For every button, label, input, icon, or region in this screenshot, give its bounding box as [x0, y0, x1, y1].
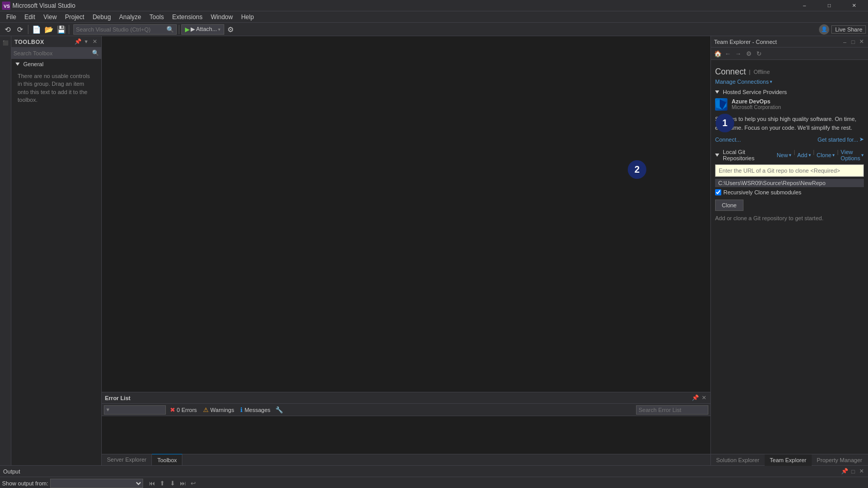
te-close-btn[interactable]: ✕: [858, 38, 865, 45]
warnings-label: Warnings: [210, 407, 234, 413]
output-expand-btn[interactable]: □: [849, 468, 857, 475]
messages-label: Messages: [244, 407, 270, 413]
errors-label: Errors: [181, 407, 197, 413]
toolbox-dropdown-btn[interactable]: ▾: [83, 38, 90, 45]
connect-header: Connect | Offline: [715, 64, 864, 79]
open-btn[interactable]: 📂: [43, 24, 54, 35]
redo-btn[interactable]: ⟳: [14, 24, 26, 35]
error-filter-extra[interactable]: 🔧: [274, 405, 284, 415]
toolbar-extra-btn[interactable]: ⚙: [225, 24, 237, 35]
te-back-btn[interactable]: ←: [723, 49, 733, 58]
recursive-checkbox[interactable]: [715, 189, 721, 195]
error-search-input[interactable]: [639, 407, 710, 413]
hosted-expand-icon: [715, 90, 719, 94]
toolbox-section-header-general[interactable]: General: [13, 60, 99, 68]
git-url-input[interactable]: [715, 164, 864, 177]
error-search-box[interactable]: 🔍 ▾: [636, 405, 708, 415]
output-pin-btn[interactable]: 📌: [841, 468, 848, 475]
manage-connections-link[interactable]: Manage Connections ▾: [715, 79, 864, 85]
tab-toolbox[interactable]: Toolbox: [152, 454, 182, 465]
te-minimize-btn[interactable]: –: [841, 38, 848, 45]
tab-server-explorer[interactable]: Server Explorer: [102, 454, 152, 465]
error-list-pin-btn[interactable]: 📌: [692, 394, 699, 402]
warnings-button[interactable]: ⚠ Warnings: [201, 406, 236, 414]
local-repos-expand-icon: [715, 154, 719, 157]
local-repos-actions: New ▾ | Add ▾ | Clone ▾ |: [777, 149, 864, 161]
te-forward-btn[interactable]: →: [734, 49, 743, 58]
menu-view[interactable]: View: [39, 11, 61, 23]
menu-extensions[interactable]: Extensions: [168, 11, 207, 23]
clone-repo-btn[interactable]: Clone ▾: [816, 149, 835, 161]
toolbar-sep3: [179, 25, 179, 34]
view-options-dropdown-icon: ▾: [861, 152, 864, 158]
minimize-button[interactable]: –: [793, 0, 816, 11]
te-refresh-btn[interactable]: ↻: [754, 49, 764, 58]
output-next-btn[interactable]: ⬇: [168, 479, 177, 488]
menu-project[interactable]: Project: [61, 11, 88, 23]
clone-button[interactable]: Clone: [715, 200, 743, 211]
maximize-button[interactable]: □: [817, 0, 841, 11]
solution-tabs: Solution Explorer Team Explorer Property…: [711, 454, 868, 465]
azure-links: Connect... Get started for... ➤: [715, 136, 864, 143]
output-prev-btn[interactable]: ⬆: [158, 479, 167, 488]
toolbox-close-btn[interactable]: ✕: [91, 38, 98, 45]
toolbox-search-input[interactable]: [13, 50, 91, 56]
attach-icon: ▶: [185, 26, 190, 33]
menu-edit[interactable]: Edit: [20, 11, 39, 23]
toolbox-section-general: General There are no usable controls in …: [11, 59, 101, 110]
outline-icon[interactable]: ⬛: [1, 38, 10, 48]
attach-button[interactable]: ▶ ▶ Attach... ▾: [181, 24, 224, 35]
main-content-area: Error List 📌 ✕ ▾ ✖ 0 Errors ⚠ Warnings: [102, 36, 710, 465]
team-explorer-panel: Team Explorer - Connect – □ ✕ 🏠 ← → ⚙ ↻ …: [710, 36, 868, 465]
messages-button[interactable]: ℹ Messages: [238, 406, 272, 414]
menu-help[interactable]: Help: [237, 11, 258, 23]
vs-search-box[interactable]: 🔍: [73, 24, 177, 35]
close-button[interactable]: ✕: [842, 0, 866, 11]
output-wrap-btn[interactable]: ↩: [189, 479, 198, 488]
main-toolbar: ⟲ ⟳ 📄 📂 💾 🔍 ▶ ▶ Attach... ▾ ⚙ 👤 Live Sha…: [0, 23, 868, 36]
output-close-btn[interactable]: ✕: [858, 468, 865, 475]
new-project-btn[interactable]: 📄: [30, 24, 42, 35]
output-source-select[interactable]: [50, 479, 143, 488]
error-list-title: Error List: [105, 395, 131, 401]
te-home-btn[interactable]: 🏠: [713, 49, 722, 58]
recursive-label: Recursively Clone submodules: [723, 189, 801, 195]
team-explorer-header: Team Explorer - Connect – □ ✕: [711, 36, 868, 48]
editor-area: [102, 36, 710, 392]
add-repo-btn[interactable]: Add ▾: [797, 149, 811, 161]
save-btn[interactable]: 💾: [55, 24, 67, 35]
team-explorer-title: Team Explorer - Connect: [714, 39, 777, 45]
connect-link[interactable]: Connect...: [715, 136, 741, 143]
menu-window[interactable]: Window: [207, 11, 237, 23]
get-started-link[interactable]: Get started for... ➤: [817, 136, 864, 143]
errors-button[interactable]: ✖ 0 Errors: [168, 406, 199, 414]
toolbox-panel: Toolbox 📌 ▾ ✕ 🔍 General There are no usa…: [11, 36, 102, 465]
te-settings-btn[interactable]: ⚙: [744, 49, 753, 58]
window-title: Microsoft Visual Studio: [12, 2, 75, 9]
live-share-btn[interactable]: Live Share: [831, 25, 866, 34]
step-badge-1-number: 1: [722, 118, 727, 129]
toolbox-header: Toolbox 📌 ▾ ✕: [11, 36, 101, 48]
new-repo-btn[interactable]: New ▾: [777, 149, 792, 161]
output-last-btn[interactable]: ⏭: [178, 479, 188, 488]
menu-file[interactable]: File: [2, 11, 20, 23]
menu-tools[interactable]: Tools: [145, 11, 168, 23]
tab-team-explorer[interactable]: Team Explorer: [765, 454, 812, 466]
menu-debug[interactable]: Debug: [88, 11, 115, 23]
undo-btn[interactable]: ⟲: [2, 24, 13, 35]
tab-solution-explorer[interactable]: Solution Explorer: [711, 454, 765, 466]
error-filter-dropdown[interactable]: ▾: [104, 405, 166, 415]
toolbox-search-bar[interactable]: 🔍: [11, 48, 101, 59]
main-layout: ⬛ Toolbox 📌 ▾ ✕ 🔍 General There are no u…: [0, 36, 868, 465]
view-options-btn[interactable]: View Options ▾: [841, 149, 864, 161]
warning-icon: ⚠: [203, 406, 209, 414]
te-expand-btn[interactable]: □: [849, 38, 857, 45]
local-repos-section: Local Git Repositories New ▾ | Add ▾ |: [715, 149, 864, 221]
output-first-btn[interactable]: ⏮: [147, 479, 157, 488]
vs-search-input[interactable]: [76, 26, 165, 33]
toolbox-pin-btn[interactable]: 📌: [74, 38, 82, 45]
tab-property-manager[interactable]: Property Manager: [812, 454, 867, 466]
attach-dropdown-icon: ▾: [218, 27, 221, 32]
error-list-close-btn[interactable]: ✕: [700, 394, 707, 402]
menu-analyze[interactable]: Analyze: [115, 11, 146, 23]
